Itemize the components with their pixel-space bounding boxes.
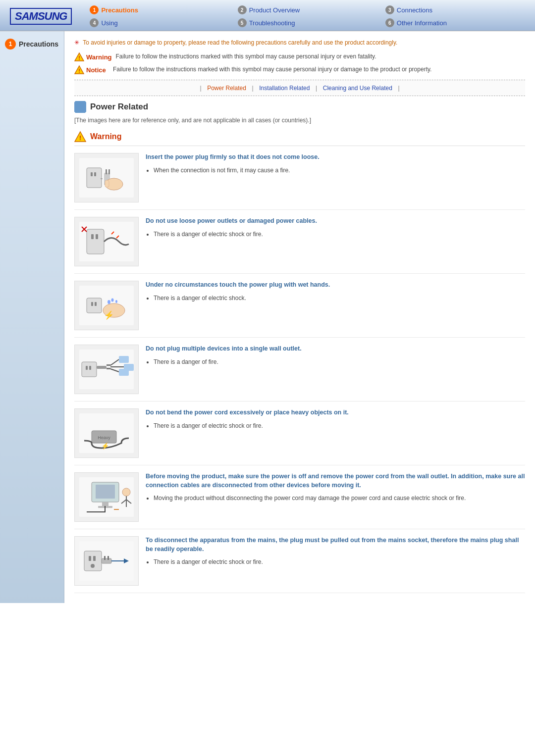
svg-rect-38 bbox=[107, 368, 110, 369]
svg-rect-58 bbox=[93, 556, 96, 561]
notice-bar: ✳ To avoid injuries or damage to propert… bbox=[74, 38, 525, 47]
instruction-item-2: Do not use loose power outlets or damage… bbox=[74, 210, 525, 274]
sidebar-title: 1 Precautions bbox=[5, 39, 59, 50]
loose-outlet-illustration bbox=[77, 219, 136, 264]
nav-num-5: 5 bbox=[238, 18, 247, 27]
header-top: SAMSUNG 1 Precautions 2 Product Overview… bbox=[0, 0, 535, 31]
bullet-7-1: There is a danger of electric shock or f… bbox=[154, 557, 525, 567]
svg-rect-60 bbox=[102, 558, 111, 563]
instruction-item-1: Insert the power plug firmly so that it … bbox=[74, 146, 525, 210]
nav-other-info[interactable]: 6 Other Information bbox=[382, 17, 525, 29]
instruction-bullets-6: Moving the product without disconnecting… bbox=[146, 494, 525, 503]
svg-rect-35 bbox=[89, 366, 91, 370]
instruction-title-6: Before moving the product, make sure the… bbox=[146, 472, 525, 490]
instruction-bullets-4: There is a danger of fire. bbox=[146, 357, 525, 367]
svg-rect-49 bbox=[102, 502, 108, 506]
instruction-text-3: Under no circumstances touch the power p… bbox=[146, 281, 525, 303]
bend-cord-illustration: Heavy ⚡ bbox=[77, 411, 136, 455]
breadcrumb-cleaning[interactable]: Cleaning and Use Related bbox=[323, 85, 392, 92]
nav-num-4: 4 bbox=[90, 18, 99, 27]
multiple-devices-illustration bbox=[77, 347, 136, 392]
svg-rect-57 bbox=[89, 556, 91, 561]
svg-rect-41 bbox=[124, 364, 134, 371]
instruction-img-7 bbox=[74, 536, 139, 586]
instruction-bullets-3: There is a danger of electric shock. bbox=[146, 294, 525, 303]
breadcrumb-power[interactable]: Power Related bbox=[207, 85, 246, 92]
breadcrumb-installation[interactable]: Installation Related bbox=[259, 85, 310, 92]
instruction-bullets-5: There is a danger of electric shock or f… bbox=[146, 421, 525, 431]
instruction-bullets-7: There is a danger of electric shock or f… bbox=[146, 557, 525, 567]
svg-rect-36 bbox=[97, 366, 107, 369]
breadcrumb-sep-2: | bbox=[252, 85, 254, 92]
instruction-item-5: Heavy ⚡ Do not bend the power cord exces… bbox=[74, 402, 525, 465]
section-title-text: Power Related bbox=[90, 102, 148, 112]
svg-text:!: ! bbox=[78, 55, 80, 61]
notice-desc: Failure to follow the instructions marke… bbox=[113, 65, 431, 74]
svg-rect-17 bbox=[87, 229, 104, 254]
svg-rect-8 bbox=[106, 169, 107, 174]
svg-point-26 bbox=[111, 299, 114, 302]
instruction-title-7: To disconnect the apparatus from the mai… bbox=[146, 536, 525, 554]
instruction-item-4: Do not plug multiple devices into a sing… bbox=[74, 338, 525, 402]
nav-troubleshooting[interactable]: 5 Troubleshooting bbox=[235, 17, 377, 29]
sidebar: 1 Precautions bbox=[0, 31, 64, 603]
warning-row: ! Warning Failure to follow the instruct… bbox=[74, 52, 525, 62]
bullet-1-1: When the connection is not firm, it may … bbox=[154, 166, 525, 175]
instruction-item-3: ⚡ Under no circumstances touch the power… bbox=[74, 274, 525, 338]
power-plug-illustration bbox=[77, 155, 136, 200]
instruction-img-4 bbox=[74, 345, 139, 394]
warning-badge: ! Warning bbox=[74, 52, 112, 62]
nav-connections[interactable]: 3 Connections bbox=[382, 4, 525, 16]
moving-product-illustration bbox=[77, 475, 136, 519]
svg-rect-11 bbox=[91, 172, 93, 176]
instruction-text-4: Do not plug multiple devices into a sing… bbox=[146, 345, 525, 367]
nav-precautions[interactable]: 1 Precautions bbox=[87, 4, 229, 16]
svg-text:!: ! bbox=[79, 134, 81, 142]
svg-rect-37 bbox=[107, 364, 110, 366]
section-note: [The images here are for reference only,… bbox=[74, 117, 525, 124]
instruction-title-2: Do not use loose power outlets or damage… bbox=[146, 217, 525, 226]
nav-using[interactable]: 4 Using bbox=[87, 17, 229, 29]
sidebar-label: Precautions bbox=[19, 40, 58, 48]
svg-rect-18 bbox=[91, 234, 94, 239]
instruction-item-7: To disconnect the apparatus from the mai… bbox=[74, 529, 525, 593]
nav-product-overview[interactable]: 2 Product Overview bbox=[235, 4, 377, 16]
svg-rect-15 bbox=[105, 180, 109, 187]
nav-num-6: 6 bbox=[385, 18, 394, 27]
notice-badge: ! Notice bbox=[74, 65, 109, 75]
instruction-text-6: Before moving the product, make sure the… bbox=[146, 472, 525, 503]
bullet-3-1: There is a danger of electric shock. bbox=[154, 294, 525, 303]
nav-label-6: Other Information bbox=[397, 19, 447, 27]
instruction-item-6: Before moving the product, make sure the… bbox=[74, 465, 525, 529]
nav-label-5: Troubleshooting bbox=[249, 19, 295, 27]
svg-rect-56 bbox=[84, 551, 102, 571]
section-title: Power Related bbox=[74, 101, 525, 113]
instruction-img-6 bbox=[74, 472, 139, 522]
svg-point-27 bbox=[115, 300, 117, 303]
breadcrumb-nav: | Power Related | Installation Related |… bbox=[74, 80, 525, 96]
svg-rect-9 bbox=[108, 169, 110, 174]
instruction-text-5: Do not bend the power cord excessively o… bbox=[146, 408, 525, 431]
wet-hands-illustration: ⚡ bbox=[77, 283, 136, 328]
warning-label: Warning bbox=[86, 53, 112, 61]
svg-rect-61 bbox=[104, 556, 106, 560]
breadcrumb-sep-1: | bbox=[200, 85, 201, 92]
instruction-title-3: Under no circumstances touch the power p… bbox=[146, 281, 525, 290]
main-layout: 1 Precautions ✳ To avoid injuries or dam… bbox=[0, 31, 535, 603]
instruction-text-2: Do not use loose power outlets or damage… bbox=[146, 217, 525, 239]
nav-label-3: Connections bbox=[397, 6, 432, 14]
svg-rect-62 bbox=[107, 556, 109, 560]
instruction-title-4: Do not plug multiple devices into a sing… bbox=[146, 345, 525, 353]
nav-label-4: Using bbox=[101, 19, 117, 27]
instruction-title-5: Do not bend the power cord excessively o… bbox=[146, 408, 525, 417]
bullet-2-1: There is a danger of electric shock or f… bbox=[154, 230, 525, 239]
svg-point-59 bbox=[91, 564, 95, 568]
svg-point-25 bbox=[107, 300, 110, 304]
notice-text: To avoid injuries or damage to property,… bbox=[83, 39, 397, 46]
svg-text:Heavy: Heavy bbox=[98, 435, 110, 440]
svg-rect-12 bbox=[94, 172, 96, 176]
svg-rect-28 bbox=[87, 298, 102, 313]
nav-num-2: 2 bbox=[238, 5, 247, 14]
svg-rect-34 bbox=[86, 366, 88, 370]
samsung-logo: SAMSUNG bbox=[10, 8, 72, 25]
